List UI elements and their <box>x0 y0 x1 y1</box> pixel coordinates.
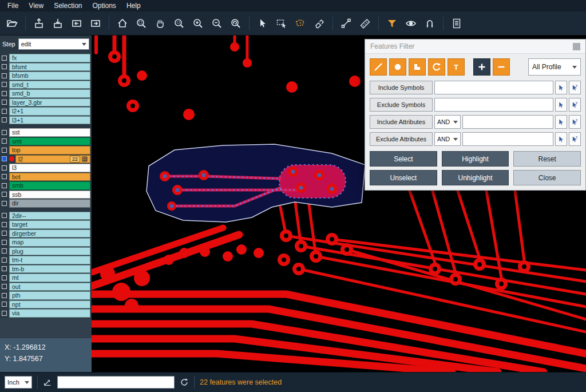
layer-visibility-checkbox[interactable] <box>2 311 7 316</box>
view-options-icon[interactable] <box>402 15 419 32</box>
layer-visibility-checkbox[interactable] <box>2 201 7 206</box>
layer-row-dir[interactable]: dir <box>0 199 92 208</box>
layer-color-bar[interactable]: fx <box>9 54 90 62</box>
layer-color-bar[interactable]: via <box>9 309 90 318</box>
text-tool-icon[interactable]: T <box>448 58 465 76</box>
layer-row-bfsmt[interactable]: bfsmt <box>0 63 92 72</box>
measure-line-icon[interactable] <box>338 15 355 32</box>
layer-row-top[interactable]: top <box>0 146 92 155</box>
layer-color-bar[interactable]: tm-b <box>9 265 90 274</box>
pick-symbol-icon[interactable] <box>555 81 567 94</box>
layer-row-smb[interactable]: smb <box>0 181 92 190</box>
select-arrow-icon[interactable] <box>254 15 271 32</box>
layer-color-bar[interactable]: bfsmb <box>9 72 90 80</box>
pad-tool-icon[interactable] <box>389 58 406 76</box>
layer-visibility-checkbox[interactable] <box>2 240 7 245</box>
remove-filter-icon[interactable] <box>493 58 510 76</box>
open-file-icon[interactable] <box>3 15 21 32</box>
layer-visibility-checkbox[interactable] <box>2 109 7 114</box>
layer-color-bar[interactable]: ssb <box>9 191 90 199</box>
clear-selection-icon[interactable] <box>311 15 328 32</box>
surface-tool-icon[interactable] <box>409 58 426 76</box>
reset-button[interactable]: Reset <box>513 151 581 167</box>
zoom-window-icon[interactable] <box>133 15 150 32</box>
layer-visibility-checkbox[interactable] <box>2 138 7 144</box>
layer-visibility-checkbox[interactable] <box>2 213 7 218</box>
layer-color-bar[interactable]: smb <box>9 181 90 190</box>
measure-ruler-icon[interactable] <box>357 15 374 32</box>
layer-visibility-checkbox[interactable] <box>2 156 7 161</box>
profile-select[interactable]: All Profile <box>528 58 581 76</box>
layer-visibility-checkbox[interactable] <box>2 302 7 307</box>
layer-row-map[interactable]: map <box>0 238 92 247</box>
import-step-icon[interactable] <box>30 15 47 32</box>
layer-color-bar[interactable]: bfsmt <box>9 63 90 72</box>
layer-visibility-checkbox[interactable] <box>2 258 7 263</box>
zoom-in-icon[interactable] <box>189 15 207 32</box>
menu-selection[interactable]: Selection <box>49 1 87 11</box>
layer-color-bar[interactable]: plug <box>9 247 90 256</box>
layer-color-bar[interactable]: smd_b <box>9 89 90 98</box>
layer-visibility-checkbox[interactable] <box>2 56 7 61</box>
include-symbols-input[interactable] <box>434 81 553 94</box>
exclude-attributes-input[interactable] <box>462 132 553 146</box>
layer-visibility-checkbox[interactable] <box>2 222 7 227</box>
select-button[interactable]: Select <box>370 151 437 167</box>
layer-row-plug[interactable]: plug <box>0 247 92 256</box>
layer-row-mt[interactable]: mt <box>0 274 92 282</box>
layer-visibility-checkbox[interactable] <box>2 100 7 105</box>
pick-attribute-icon[interactable] <box>555 115 567 129</box>
layer-color-bar[interactable]: smt <box>9 137 90 146</box>
layer-row-out[interactable]: out <box>0 283 92 291</box>
layer-row-target[interactable]: target <box>0 220 92 229</box>
layer-visibility-checkbox[interactable] <box>2 192 7 197</box>
layer-visibility-checkbox[interactable] <box>2 64 7 69</box>
exclude-symbols-input[interactable] <box>434 98 553 112</box>
layer-color-bar[interactable]: l222 <box>15 155 90 164</box>
layer-color-bar[interactable]: smd_t <box>9 81 90 89</box>
layer-row-smd_b[interactable]: smd_b <box>0 89 92 98</box>
layer-visibility-checkbox[interactable] <box>2 91 7 96</box>
dialog-close-button[interactable] <box>573 43 580 50</box>
select-polygon-icon[interactable] <box>292 15 309 32</box>
close-button[interactable]: Close <box>513 170 581 185</box>
layer-visibility-checkbox[interactable] <box>2 117 7 122</box>
unhighlight-button[interactable]: Unhighlight <box>442 170 509 185</box>
layer-color-bar[interactable]: map <box>9 238 90 247</box>
layer-row-dirgerber[interactable]: dirgerber <box>0 229 92 238</box>
layer-visibility-checkbox[interactable] <box>2 293 7 298</box>
exclude-symbols-button[interactable]: Exclude Symbols <box>370 98 433 112</box>
include-symbols-button[interactable]: Include Symbols <box>370 81 433 94</box>
layer-visibility-checkbox[interactable] <box>2 275 7 280</box>
layer-visibility-checkbox[interactable] <box>2 284 7 289</box>
home-view-icon[interactable] <box>114 15 131 32</box>
layer-row-npt[interactable]: npt <box>0 300 92 309</box>
exclude-attributes-operator-select[interactable]: AND <box>434 132 461 146</box>
pick-symbol-list-icon[interactable] <box>569 98 581 112</box>
arc-tool-icon[interactable] <box>428 58 445 76</box>
layer-row-bfsmb[interactable]: bfsmb <box>0 72 92 80</box>
zoom-polygon-icon[interactable] <box>171 15 188 32</box>
layer-color-bar[interactable]: top <box>9 146 90 155</box>
include-attributes-button[interactable]: Include Attributes <box>370 115 433 129</box>
layer-row-l2+1[interactable]: l2+1 <box>0 107 92 116</box>
layer-visibility-checkbox[interactable] <box>2 130 7 135</box>
layer-visibility-checkbox[interactable] <box>2 165 7 171</box>
layer-row-tm-b[interactable]: tm-b <box>0 265 92 274</box>
layer-color-bar[interactable]: npt <box>9 300 90 309</box>
layer-visibility-checkbox[interactable] <box>2 174 7 179</box>
layer-row-2dir--[interactable]: 2dir-- <box>0 212 92 220</box>
layer-color-bar[interactable]: mt <box>9 274 90 282</box>
layer-row-tm-t[interactable]: tm-t <box>0 256 92 264</box>
pick-symbol-list-icon[interactable] <box>569 81 581 94</box>
export-step-icon[interactable] <box>49 15 66 32</box>
layer-row-layer_3.gbr[interactable]: layer_3.gbr <box>0 98 92 107</box>
layer-visibility-checkbox[interactable] <box>2 148 7 153</box>
add-filter-icon[interactable] <box>473 58 490 76</box>
layer-visibility-checkbox[interactable] <box>2 82 7 87</box>
layer-row-ssb[interactable]: ssb <box>0 191 92 199</box>
zoom-out-icon[interactable] <box>208 15 225 32</box>
layer-color-bar[interactable]: target <box>9 220 90 229</box>
layer-visibility-checkbox[interactable] <box>2 266 7 271</box>
layer-row-l2[interactable]: l222 <box>0 155 92 164</box>
